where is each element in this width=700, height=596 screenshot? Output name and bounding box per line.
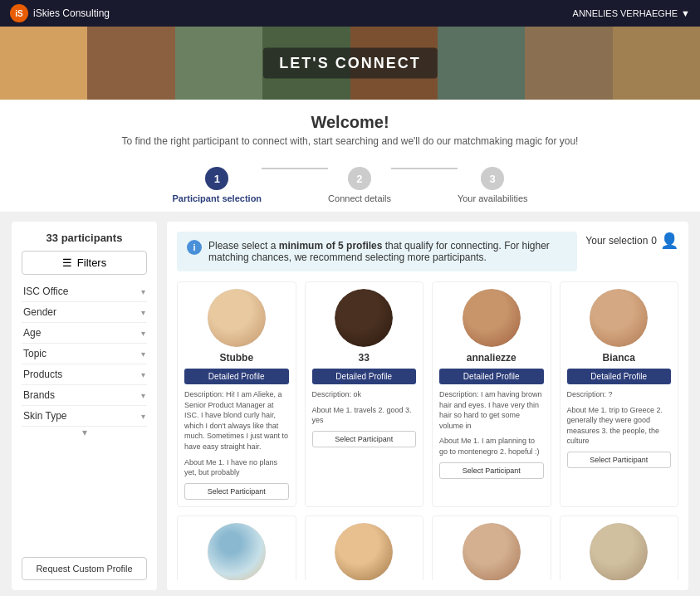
detailed-profile-button-0[interactable]: Detailed Profile: [184, 369, 289, 384]
participant-description-3: Description: ?: [567, 389, 672, 400]
avatar-image-5: [335, 523, 393, 580]
banner-text: LET'S CONNECT: [279, 55, 420, 71]
step-3-label: Your availabilities: [458, 193, 528, 203]
participant-description-1: Description: ok: [312, 389, 417, 400]
content-area: i Please select a minimum of 5 profiles …: [167, 222, 688, 590]
participant-about-me-0: About Me 1. I have no plans yet, but pro…: [184, 457, 289, 478]
sidebar-filters-list: ISC Office ▾ Gender ▾ Age ▾ Topic ▾ Prod…: [22, 281, 147, 550]
chevron-down-icon: ▾: [141, 287, 145, 296]
selection-label: Your selection: [585, 235, 648, 247]
select-participant-button-1[interactable]: Select Participant: [312, 431, 417, 447]
chevron-down-icon: ▾: [141, 412, 145, 421]
avatar-image-2: [463, 289, 521, 347]
avatar-image-3: [590, 289, 648, 347]
filter-skin-type[interactable]: Skin Type ▾: [22, 406, 147, 427]
step-2-label: Connect details: [328, 193, 391, 203]
logo-icon: iS: [10, 4, 28, 22]
hero-person-6: [438, 27, 525, 100]
chevron-down-icon: ▾: [141, 308, 145, 317]
filter-age[interactable]: Age ▾: [22, 323, 147, 344]
participant-about-me-2: About Me 1. I am planning to go to monte…: [439, 436, 544, 457]
participant-card-3: BiancaDetailed ProfileDescription: ?Abou…: [560, 281, 679, 507]
participant-avatar-7: [590, 523, 648, 580]
step-2-circle: 2: [348, 167, 371, 190]
hero-person-1: [0, 27, 87, 100]
scroll-down-arrow[interactable]: ▾: [22, 427, 147, 438]
chevron-down-icon: ▾: [141, 391, 145, 400]
user-chevron-icon: ▼: [681, 8, 690, 18]
participant-about-me-3: About Me 1. trip to Greece 2. generally …: [567, 405, 672, 447]
participant-avatar-4: [208, 523, 266, 580]
participant-avatar-2: [463, 289, 521, 347]
select-participant-button-3[interactable]: Select Participant: [567, 452, 672, 468]
avatar-image-4: [208, 523, 266, 580]
avatar-image-6: [463, 523, 521, 580]
step-3[interactable]: 3 Your availabilities: [458, 167, 528, 203]
request-custom-profile-button[interactable]: Request Custom Profile: [22, 557, 147, 580]
participant-about-me-1: About Me 1. travels 2. good 3. yes: [312, 405, 417, 426]
avatar-image-7: [590, 523, 648, 580]
step-connector-2: [391, 168, 458, 169]
filter-brands[interactable]: Brands ▾: [22, 385, 147, 406]
participant-avatar-1: [335, 289, 393, 347]
chevron-down-icon: ▾: [141, 349, 145, 359]
user-menu[interactable]: ANNELIES VERHAEGHE ▼: [573, 8, 690, 18]
step-1-circle: 1: [205, 167, 228, 190]
welcome-section: Welcome! To find the right participant t…: [0, 100, 700, 155]
step-1[interactable]: 1 Participant selection: [172, 167, 262, 203]
filter-products[interactable]: Products ▾: [22, 364, 147, 385]
filter-topic[interactable]: Topic ▾: [22, 344, 147, 364]
detailed-profile-button-3[interactable]: Detailed Profile: [567, 369, 672, 384]
hero-person-8: [613, 27, 700, 100]
filters-button[interactable]: ☰ Filters: [22, 251, 147, 275]
step-connector-1: [262, 168, 328, 169]
filter-brands-label: Brands: [23, 389, 55, 401]
sidebar: 33 participants ☰ Filters ISC Office ▾ G…: [12, 222, 157, 590]
participant-card-1: 33Detailed ProfileDescription: okAbout M…: [305, 281, 424, 507]
filter-isc-office-label: ISC Office: [23, 286, 68, 297]
banner-overlay: LET'S CONNECT: [262, 48, 437, 79]
detailed-profile-button-1[interactable]: Detailed Profile: [312, 369, 417, 384]
filter-topic-label: Topic: [23, 348, 47, 359]
welcome-heading: Welcome!: [0, 113, 700, 132]
user-name: ANNELIES VERHAEGHE: [573, 8, 678, 18]
selection-indicator: Your selection 0 👤: [585, 232, 678, 250]
participant-name-0: Stubbe: [219, 352, 253, 364]
select-participant-button-2[interactable]: Select Participant: [439, 462, 544, 479]
filter-gender[interactable]: Gender ▾: [22, 302, 147, 323]
participant-card-7: [560, 515, 679, 580]
participant-name-3: Bianca: [603, 352, 635, 364]
avatar-image-1: [335, 289, 393, 347]
step-2[interactable]: 2 Connect details: [328, 167, 391, 203]
participant-card-2: annaliezzeDetailed ProfileDescription: I…: [432, 281, 551, 507]
sidebar-participants-count: 33 participants: [22, 232, 147, 244]
filter-isc-office[interactable]: ISC Office ▾: [22, 281, 147, 302]
info-text: Please select a minimum of 5 profiles th…: [208, 240, 567, 263]
chevron-down-icon: ▾: [141, 370, 145, 379]
participant-name-1: 33: [359, 352, 370, 364]
filter-gender-label: Gender: [23, 306, 56, 318]
info-banner-row: i Please select a minimum of 5 profiles …: [177, 232, 678, 281]
select-participant-button-0[interactable]: Select Participant: [184, 483, 289, 500]
avatar-image-0: [208, 289, 266, 347]
hero-person-3: [175, 27, 262, 100]
hero-person-2: [87, 27, 174, 100]
top-navigation: iS iSkies Consulting ANNELIES VERHAEGHE …: [0, 0, 700, 27]
stepper: 1 Participant selection 2 Connect detail…: [0, 155, 700, 212]
app-logo: iS iSkies Consulting: [10, 4, 110, 22]
participant-avatar-0: [208, 289, 266, 347]
hero-banner: LET'S CONNECT: [0, 27, 700, 100]
selection-count: 0: [651, 235, 657, 247]
filter-age-label: Age: [23, 327, 41, 339]
filter-products-label: Products: [23, 369, 62, 380]
participant-name-2: annaliezze: [467, 352, 516, 364]
participant-avatar-6: [463, 523, 521, 580]
hero-person-7: [525, 27, 612, 100]
detailed-profile-button-2[interactable]: Detailed Profile: [439, 369, 544, 384]
sidebar-scroll: ISC Office ▾ Gender ▾ Age ▾ Topic ▾ Prod…: [22, 281, 147, 438]
info-banner: i Please select a minimum of 5 profiles …: [177, 232, 577, 271]
main-layout: 33 participants ☰ Filters ISC Office ▾ G…: [0, 212, 700, 596]
participant-card-5: [305, 515, 424, 580]
step-1-label: Participant selection: [172, 193, 262, 203]
step-3-circle: 3: [481, 167, 504, 190]
